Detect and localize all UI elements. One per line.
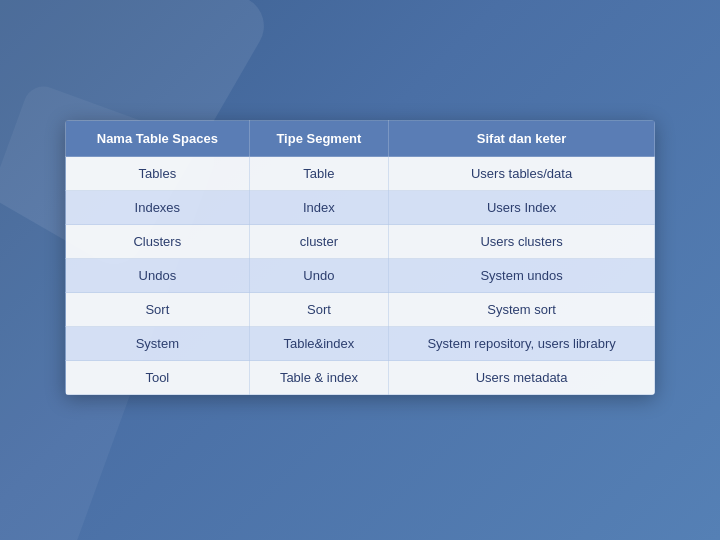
table-cell: System repository, users librabry xyxy=(389,327,655,361)
table-row: SortSortSystem sort xyxy=(66,293,655,327)
table-cell: cluster xyxy=(249,225,388,259)
table-row: IndexesIndexUsers Index xyxy=(66,191,655,225)
table-cell: Table & index xyxy=(249,361,388,395)
table-cell: Users metadata xyxy=(389,361,655,395)
table-row: UndosUndoSystem undos xyxy=(66,259,655,293)
main-table-container: Nama Table Spaces Tipe Segment Sifat dan… xyxy=(65,120,655,395)
table-cell: Table&index xyxy=(249,327,388,361)
col-header-tipe: Tipe Segment xyxy=(249,121,388,157)
table-cell: Sort xyxy=(249,293,388,327)
table-cell: System xyxy=(66,327,250,361)
table-header-row: Nama Table Spaces Tipe Segment Sifat dan… xyxy=(66,121,655,157)
table-row: ToolTable & indexUsers metadata xyxy=(66,361,655,395)
table-row: TablesTableUsers tables/data xyxy=(66,157,655,191)
table-cell: Tool xyxy=(66,361,250,395)
table-cell: Tables xyxy=(66,157,250,191)
table-cell: Index xyxy=(249,191,388,225)
table-cell: Users tables/data xyxy=(389,157,655,191)
table-body: TablesTableUsers tables/dataIndexesIndex… xyxy=(66,157,655,395)
table-cell: System sort xyxy=(389,293,655,327)
table-row: ClustersclusterUsers clusters xyxy=(66,225,655,259)
data-table: Nama Table Spaces Tipe Segment Sifat dan… xyxy=(65,120,655,395)
table-cell: Users Index xyxy=(389,191,655,225)
col-header-sifat: Sifat dan keter xyxy=(389,121,655,157)
table-cell: System undos xyxy=(389,259,655,293)
table-cell: Undos xyxy=(66,259,250,293)
col-header-nama: Nama Table Spaces xyxy=(66,121,250,157)
table-row: SystemTable&indexSystem repository, user… xyxy=(66,327,655,361)
table-cell: Clusters xyxy=(66,225,250,259)
table-cell: Users clusters xyxy=(389,225,655,259)
table-cell: Sort xyxy=(66,293,250,327)
table-cell: Undo xyxy=(249,259,388,293)
table-cell: Indexes xyxy=(66,191,250,225)
table-cell: Table xyxy=(249,157,388,191)
